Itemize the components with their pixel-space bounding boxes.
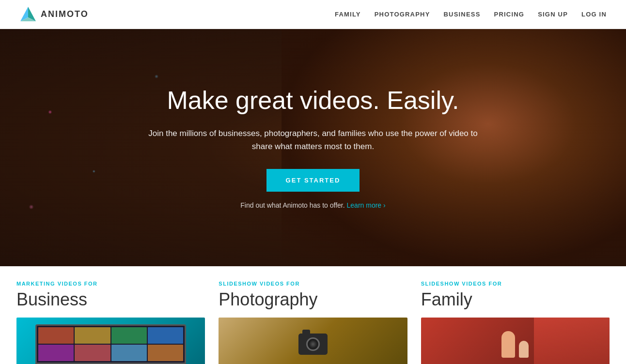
- hero-section: Make great videos. Easily. Join the mill…: [0, 29, 626, 266]
- main-nav: FAMILY PHOTOGRAPHY BUSINESS PRICING SIGN…: [335, 11, 607, 18]
- card-photography: SLIDESHOW VIDEOS FOR Photography: [212, 281, 414, 364]
- thumb-6: [75, 345, 110, 361]
- flowers-bg: [534, 318, 610, 364]
- nav-business[interactable]: BUSINESS: [444, 11, 481, 18]
- thumb-2: [75, 327, 110, 344]
- laptop-mockup: [35, 324, 186, 364]
- thumb-8: [148, 345, 183, 361]
- laptop-screen: [37, 326, 185, 363]
- card-family: SLIDESHOW VIDEOS FOR Family: [414, 281, 616, 364]
- cards-section: MARKETING VIDEOS FOR Business SLIDESHOW …: [0, 266, 626, 364]
- logo-text: ANIMOTO: [41, 9, 89, 19]
- nav-signup[interactable]: SIGN UP: [538, 11, 568, 18]
- hero-content: Make great videos. Easily. Join the mill…: [139, 86, 487, 209]
- get-started-button[interactable]: GET STARTED: [266, 169, 360, 192]
- person-baby: [519, 341, 529, 358]
- thumb-1: [38, 327, 74, 344]
- family-people: [501, 331, 529, 358]
- card-photography-title: Photography: [219, 289, 407, 310]
- thumb-7: [111, 345, 147, 361]
- nav-family[interactable]: FAMILY: [335, 11, 361, 18]
- logo-icon: [19, 6, 37, 23]
- hero-learn-link[interactable]: Learn more ›: [347, 201, 386, 209]
- hero-learn-prefix: Find out what Animoto has to offer.: [240, 201, 344, 209]
- thumb-4: [148, 327, 183, 344]
- nav-pricing[interactable]: PRICING: [494, 11, 525, 18]
- hero-learn-more: Find out what Animoto has to offer. Lear…: [148, 201, 478, 209]
- nav-login[interactable]: LOG IN: [581, 11, 607, 18]
- card-business-category: MARKETING VIDEOS FOR: [16, 281, 205, 287]
- header: ANIMOTO FAMILY PHOTOGRAPHY BUSINESS PRIC…: [0, 0, 626, 29]
- card-family-image[interactable]: [421, 318, 610, 364]
- card-business: MARKETING VIDEOS FOR Business: [10, 281, 212, 364]
- thumb-5: [38, 345, 74, 361]
- card-business-title: Business: [16, 289, 205, 310]
- card-family-category: SLIDESHOW VIDEOS FOR: [421, 281, 610, 287]
- thumb-3: [111, 327, 147, 344]
- camera-lens: [306, 337, 320, 351]
- card-family-title: Family: [421, 289, 610, 310]
- logo[interactable]: ANIMOTO: [19, 6, 89, 23]
- nav-photography[interactable]: PHOTOGRAPHY: [375, 11, 430, 18]
- hero-subtitle: Join the millions of businesses, photogr…: [148, 127, 478, 153]
- card-photography-category: SLIDESHOW VIDEOS FOR: [219, 281, 407, 287]
- camera-bump: [302, 330, 310, 334]
- hero-title: Make great videos. Easily.: [148, 86, 478, 115]
- camera-icon: [298, 334, 328, 355]
- card-business-image[interactable]: [16, 318, 205, 364]
- person-adult-1: [501, 331, 515, 358]
- card-photography-image[interactable]: [219, 318, 407, 364]
